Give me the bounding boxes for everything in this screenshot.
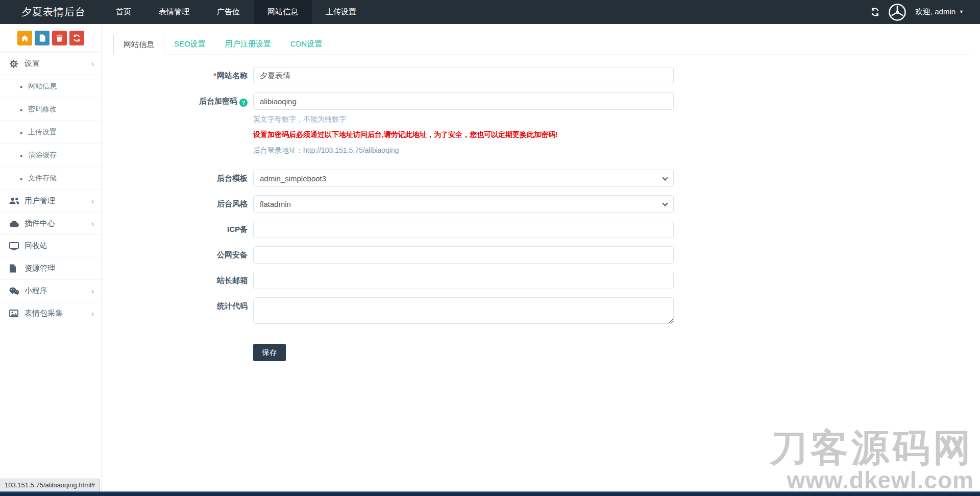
form-row-stats-code: 统计代码 (102, 297, 980, 326)
gongan-input[interactable] (253, 246, 674, 264)
form-row-gongan: 公网安备 (102, 246, 980, 264)
nav-item-ad-slot[interactable]: 广告位 (203, 0, 254, 24)
chevron-right-icon: › (91, 197, 94, 205)
top-navbar: 夕夏表情后台 首页 表情管理 广告位 网站信息 上传设置 (0, 0, 980, 24)
refresh-icon[interactable] (871, 8, 879, 16)
site-name-label: *网站名称 (102, 67, 253, 84)
home-icon[interactable] (17, 31, 32, 45)
nav-item-home[interactable]: 首页 (102, 0, 145, 24)
sidebar-item-plugin-center[interactable]: 插件中心 › (0, 212, 102, 234)
trash-icon[interactable] (52, 31, 67, 45)
tab-bar: 网站信息 SEO设置 用户注册设置 CDN设置 (113, 35, 972, 55)
subitem-label: 网站信息 (28, 82, 57, 91)
sidebar-item-mini-program[interactable]: 小程序 › (0, 279, 102, 302)
icp-input[interactable] (253, 221, 674, 238)
style-label: 后台风格 (102, 195, 253, 212)
sidebar-item-settings[interactable]: 设置 › (0, 52, 102, 75)
sidebar-subitem-upload[interactable]: ▸ 上传设置 (0, 121, 102, 144)
subitem-label: 文件存储 (28, 174, 57, 183)
required-mark: * (213, 71, 216, 80)
help-icon[interactable]: ? (239, 99, 248, 107)
form-row-site-name: *网站名称 (102, 67, 980, 84)
admin-code-hint: 英文字母数字，不能为纯数字 (253, 115, 674, 124)
document-icon (9, 264, 24, 273)
wechat-icon (9, 287, 24, 295)
navbar-right: 欢迎, admin ▼ (871, 0, 980, 24)
sidebar-item-recycle-bin[interactable]: 回收站 (0, 234, 102, 257)
nav-item-upload-settings[interactable]: 上传设置 (312, 0, 370, 24)
email-label: 站长邮箱 (102, 272, 253, 289)
gongan-label: 公网安备 (102, 246, 253, 264)
sidebar-subitem-clear-cache[interactable]: ▸ 清除缓存 (0, 144, 102, 167)
sidebar-item-label: 小程序 (24, 286, 47, 296)
form-row-admin-code: 后台加密码? 英文字母数字，不能为纯数字 设置加密码后必须通过以下地址访问后台,… (102, 92, 980, 155)
template-select[interactable]: admin_simpleboot3 (253, 170, 674, 187)
taskbar-strip (0, 491, 980, 496)
form-row-template: 后台模板 admin_simpleboot3 (102, 170, 980, 187)
sidebar-subitem-file-storage[interactable]: ▸ 文件存储 (0, 167, 102, 190)
main-content: 网站信息 SEO设置 用户注册设置 CDN设置 *网站名称 后台加密码? 英文字… (102, 24, 980, 491)
chevron-right-icon: › (91, 287, 94, 295)
welcome-text: 欢迎, admin (915, 7, 955, 17)
recycle-icon[interactable] (69, 31, 84, 45)
submenu-arrow-icon: ▸ (20, 153, 23, 158)
nav-item-site-info[interactable]: 网站信息 (254, 0, 312, 24)
icp-label: ICP备 (102, 221, 253, 238)
form-row-icp: ICP备 (102, 221, 980, 238)
admin-code-input[interactable] (253, 92, 674, 110)
sidebar-item-label: 资源管理 (24, 264, 55, 273)
caret-down-icon: ▼ (959, 10, 964, 14)
template-label: 后台模板 (102, 170, 253, 187)
submenu-arrow-icon: ▸ (20, 107, 23, 112)
subitem-label: 密码修改 (28, 105, 57, 114)
chevron-right-icon: › (91, 220, 94, 228)
nav-item-emoji-manage[interactable]: 表情管理 (145, 0, 203, 24)
tab-cdn-settings[interactable]: CDN设置 (281, 35, 332, 55)
subitem-label: 上传设置 (28, 128, 57, 137)
sidebar-item-resource-manage[interactable]: 资源管理 (0, 257, 102, 279)
style-select[interactable]: flatadmin (253, 195, 674, 212)
gear-icon (9, 59, 24, 68)
cloud-icon (9, 220, 24, 227)
tab-user-register-settings[interactable]: 用户注册设置 (215, 35, 281, 55)
sidebar-item-user-manage[interactable]: 用户管理 › (0, 190, 102, 212)
subitem-label: 清除缓存 (28, 151, 57, 160)
users-icon (9, 197, 24, 205)
sidebar: 设置 › ▸ 网站信息 ▸ 密码修改 ▸ 上传设置 ▸ 清除缓存 ▸ 文件存储 … (0, 24, 102, 491)
quick-buttons (0, 24, 102, 52)
stats-code-label: 统计代码 (102, 297, 253, 326)
status-link-preview: 103.151.5.75/alibiaoqing.html# (0, 479, 100, 491)
sidebar-item-label: 设置 (24, 59, 40, 68)
chevron-right-icon: › (91, 60, 94, 68)
brand-title: 夕夏表情后台 (0, 0, 102, 24)
user-menu[interactable]: 欢迎, admin ▼ (915, 7, 964, 17)
email-input[interactable] (253, 272, 674, 289)
save-button[interactable]: 保存 (253, 344, 286, 361)
tab-site-info[interactable]: 网站信息 (113, 35, 164, 55)
form-row-email: 站长邮箱 (102, 272, 980, 289)
avatar[interactable] (888, 3, 906, 21)
submenu-arrow-icon: ▸ (20, 84, 23, 89)
admin-login-url: 后台登录地址：http://103.151.5.75/alibiaoqing (253, 146, 674, 155)
sidebar-item-label: 回收站 (24, 241, 47, 251)
sidebar-item-label: 表情包采集 (24, 309, 63, 318)
file-icon[interactable] (35, 31, 50, 45)
image-icon (9, 310, 24, 317)
tab-seo-settings[interactable]: SEO设置 (164, 35, 215, 55)
site-name-input[interactable] (253, 67, 674, 84)
sidebar-subitem-site-info[interactable]: ▸ 网站信息 (0, 75, 102, 98)
stats-code-textarea[interactable] (253, 297, 674, 324)
sidebar-item-label: 插件中心 (24, 219, 55, 228)
submenu-arrow-icon: ▸ (20, 130, 23, 135)
form-row-style: 后台风格 flatadmin (102, 195, 980, 212)
sidebar-item-emoji-collect[interactable]: 表情包采集 › (0, 302, 102, 324)
sidebar-subitem-password[interactable]: ▸ 密码修改 (0, 98, 102, 121)
sidebar-item-label: 用户管理 (24, 196, 55, 206)
admin-code-warning: 设置加密码后必须通过以下地址访问后台,请劳记此地址，为了安全，您也可以定期更换此… (253, 130, 674, 139)
chevron-right-icon: › (91, 310, 94, 318)
admin-code-label: 后台加密码? (102, 92, 253, 155)
navbar-menu: 首页 表情管理 广告位 网站信息 上传设置 (102, 0, 370, 24)
submenu-arrow-icon: ▸ (20, 176, 23, 181)
desktop-icon (9, 242, 24, 250)
site-info-form: *网站名称 后台加密码? 英文字母数字，不能为纯数字 设置加密码后必须通过以下地… (102, 67, 980, 361)
